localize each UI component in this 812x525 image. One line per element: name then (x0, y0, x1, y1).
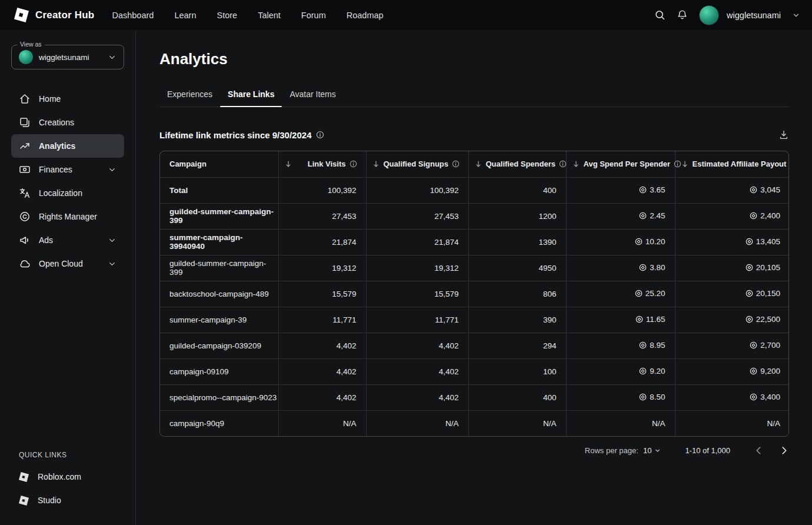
table-row[interactable]: summer-campaign-3911,77111,77139011.6522… (160, 307, 789, 333)
table-row[interactable]: guilded-summer-campaign-39919,31219,3124… (160, 255, 789, 281)
home-icon (19, 93, 31, 105)
table-row[interactable]: guilded-summer-campaign-39927,45327,4531… (160, 203, 789, 229)
previous-page-icon[interactable] (754, 446, 764, 456)
user-avatar[interactable] (699, 5, 719, 25)
sort-descending-icon[interactable] (474, 160, 482, 168)
sidebar-item-label: Ads (39, 235, 53, 245)
info-icon[interactable] (316, 131, 324, 139)
robux-icon (639, 341, 647, 349)
search-icon[interactable] (654, 9, 665, 21)
campaign-cell: guilded-summer-campaign-399 (160, 203, 278, 229)
sidebar-item-creations[interactable]: Creations (11, 111, 124, 134)
campaign-cell: campaign-09109 (160, 358, 278, 384)
table-row[interactable]: campaign-90q9N/AN/AN/AN/AN/A (160, 410, 789, 436)
topnav-item-forum[interactable]: Forum (301, 11, 326, 20)
avg-spend-per-spender-cell: 3.80 (566, 255, 675, 281)
sidebar-item-finances[interactable]: Finances (11, 158, 124, 181)
sort-descending-icon[interactable] (284, 160, 292, 168)
view-as-select[interactable]: View as wiggletsunami (11, 45, 124, 69)
info-icon[interactable] (350, 160, 357, 168)
tab-share-links[interactable]: Share Links (220, 82, 282, 107)
campaign-cell: Total (160, 177, 278, 203)
chevron-down-icon (108, 165, 117, 174)
tab-avatar-items[interactable]: Avatar Items (282, 82, 343, 107)
rows-per-page-label: Rows per page: (585, 446, 638, 455)
qualified-spenders-cell: 1200 (468, 203, 566, 229)
estimated-affiliate-payout-cell: N/A (675, 410, 789, 436)
sort-descending-icon[interactable] (681, 160, 689, 168)
qualified-spenders-cell: N/A (468, 410, 566, 436)
brand[interactable]: Creator Hub (14, 8, 94, 22)
quick-link-label: Studio (38, 496, 61, 505)
download-icon[interactable] (778, 129, 789, 140)
robux-icon (750, 212, 757, 220)
creations-icon (19, 117, 31, 128)
sidebar-item-analytics[interactable]: Analytics (11, 134, 124, 158)
link-visits-cell: 11,771 (278, 307, 366, 333)
topnav-item-dashboard[interactable]: Dashboard (112, 11, 154, 20)
info-icon[interactable] (559, 160, 567, 168)
roblox-logo-icon (19, 472, 29, 482)
localization-icon (19, 187, 31, 199)
notifications-bell-icon[interactable] (677, 9, 688, 21)
topnav-item-roadmap[interactable]: Roadmap (347, 11, 384, 20)
quick-link-studio[interactable]: Studio (19, 489, 117, 512)
column-header-avg-spend-per-spender[interactable]: Avg Spend Per Spender (566, 151, 675, 177)
estimated-affiliate-payout-cell: 2,400 (675, 203, 789, 229)
sort-descending-icon[interactable] (372, 160, 380, 168)
next-page-icon[interactable] (779, 446, 789, 456)
campaign-cell: guilded-campaign-039209 (160, 333, 278, 358)
robux-icon (750, 186, 757, 194)
table-row[interactable]: campaign-091094,4024,4021009.209,200 (160, 358, 789, 384)
sidebar-item-label: Finances (39, 165, 72, 174)
qualified-spenders-cell: 100 (468, 358, 566, 384)
sidebar-item-ads[interactable]: Ads (11, 228, 124, 252)
topnav-item-store[interactable]: Store (217, 11, 237, 20)
column-header-qualified-signups[interactable]: Qualified Signups (366, 151, 468, 177)
column-header-campaign[interactable]: Campaign (160, 151, 278, 177)
qualified-signups-cell: 15,579 (366, 281, 468, 307)
qualified-spenders-cell: 400 (468, 384, 566, 410)
rows-per-page-select[interactable]: 10 (643, 446, 661, 455)
quick-link-roblox-com[interactable]: Roblox.com (19, 465, 117, 489)
link-visits-cell: 19,312 (278, 255, 366, 281)
username[interactable]: wiggletsunami (727, 11, 781, 20)
sidebar-item-open-cloud[interactable]: Open Cloud (11, 252, 124, 275)
robux-icon (746, 290, 753, 297)
tab-experiences[interactable]: Experiences (159, 82, 220, 107)
rights-manager-icon (19, 211, 31, 222)
column-header-qualified-spenders[interactable]: Qualified Spenders (468, 151, 566, 177)
campaign-cell: backtoschool-campaign-489 (160, 281, 278, 307)
pagination-range: 1-10 of 1,000 (685, 446, 730, 455)
table-row[interactable]: backtoschool-campaign-48915,57915,579806… (160, 281, 789, 307)
robux-icon (639, 367, 647, 375)
topnav-item-talent[interactable]: Talent (258, 11, 281, 20)
table-row[interactable]: specialpromo--campaign-90234,4024,402400… (160, 384, 789, 410)
analytics-icon (19, 140, 31, 152)
chevron-down-icon[interactable] (792, 11, 800, 19)
ads-icon (19, 234, 31, 246)
roblox-logo-icon (19, 496, 29, 506)
view-as-label: View as (17, 41, 45, 48)
avg-spend-per-spender-cell: 3.65 (566, 177, 675, 203)
column-header-estimated-affiliate-payout[interactable]: Estimated Affiliate Payout (675, 151, 789, 177)
table-row[interactable]: summer-campaign-3994094021,87421,8741390… (160, 229, 789, 255)
sort-descending-icon[interactable] (572, 160, 580, 168)
table-row[interactable]: Total100,392100,3924003.653,045 (160, 177, 789, 203)
chevron-down-icon (108, 260, 117, 268)
pagination: Rows per page: 10 1-10 of 1,000 (159, 446, 789, 456)
info-icon[interactable] (452, 160, 460, 168)
tabs: ExperiencesShare LinksAvatar Items (159, 82, 789, 107)
sidebar-item-rights-manager[interactable]: Rights Manager (11, 205, 124, 228)
avg-spend-per-spender-cell: 10.20 (566, 229, 675, 255)
sidebar-item-home[interactable]: Home (11, 87, 124, 111)
column-header-link-visits[interactable]: Link Visits (278, 151, 366, 177)
link-visits-cell: 4,402 (278, 384, 366, 410)
table-body: Total100,392100,3924003.653,045guilded-s… (160, 177, 789, 436)
robux-icon (635, 238, 643, 245)
topnav-item-learn[interactable]: Learn (174, 11, 196, 20)
qualified-spenders-cell: 294 (468, 333, 566, 358)
robux-icon (639, 393, 647, 401)
sidebar-item-localization[interactable]: Localization (11, 181, 124, 205)
table-row[interactable]: guilded-campaign-0392094,4024,4022948.95… (160, 333, 789, 358)
